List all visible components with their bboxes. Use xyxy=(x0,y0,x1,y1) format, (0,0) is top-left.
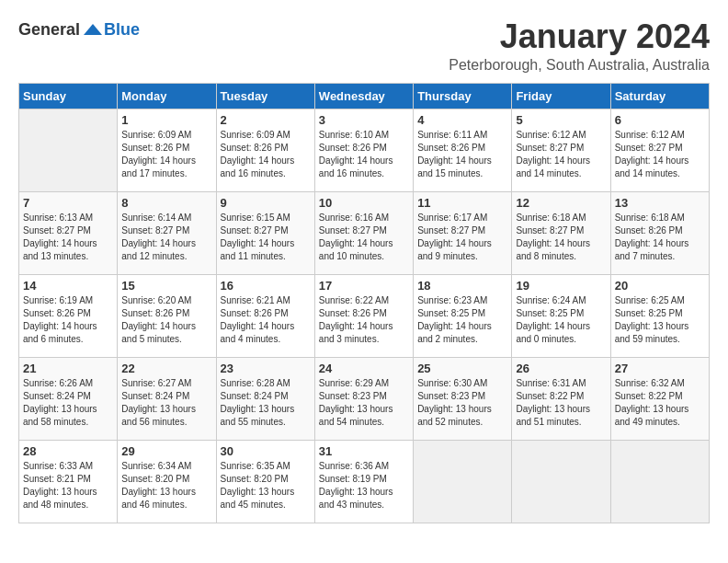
calendar-cell: 26Sunrise: 6:31 AM Sunset: 8:22 PM Dayli… xyxy=(512,357,610,440)
calendar-cell: 22Sunrise: 6:27 AM Sunset: 8:24 PM Dayli… xyxy=(118,357,216,440)
day-info: Sunrise: 6:29 AM Sunset: 8:23 PM Dayligh… xyxy=(319,377,409,429)
weekday-header-sunday: Sunday xyxy=(19,83,118,109)
calendar-cell: 31Sunrise: 6:36 AM Sunset: 8:19 PM Dayli… xyxy=(314,440,413,523)
logo-general: General xyxy=(18,20,80,40)
week-row-5: 28Sunrise: 6:33 AM Sunset: 8:21 PM Dayli… xyxy=(19,440,710,523)
calendar-cell xyxy=(414,440,512,523)
day-info: Sunrise: 6:12 AM Sunset: 8:27 PM Dayligh… xyxy=(615,129,705,180)
day-info: Sunrise: 6:32 AM Sunset: 8:22 PM Dayligh… xyxy=(615,377,705,429)
day-number: 13 xyxy=(615,196,705,210)
day-number: 4 xyxy=(417,113,507,127)
page-header: General Blue January 2024 Peterborough, … xyxy=(18,18,710,74)
day-number: 16 xyxy=(221,279,311,293)
week-row-3: 14Sunrise: 6:19 AM Sunset: 8:26 PM Dayli… xyxy=(19,274,710,357)
day-number: 27 xyxy=(615,362,705,375)
day-number: 30 xyxy=(221,444,311,458)
calendar-cell: 11Sunrise: 6:17 AM Sunset: 8:27 PM Dayli… xyxy=(414,191,512,274)
day-info: Sunrise: 6:20 AM Sunset: 8:26 PM Dayligh… xyxy=(121,294,211,346)
logo-blue: Blue xyxy=(104,20,140,40)
day-info: Sunrise: 6:23 AM Sunset: 8:25 PM Dayligh… xyxy=(417,294,507,346)
day-number: 8 xyxy=(121,196,211,210)
calendar-cell: 6Sunrise: 6:12 AM Sunset: 8:27 PM Daylig… xyxy=(610,109,709,191)
day-number: 25 xyxy=(417,362,507,375)
month-title: January 2024 xyxy=(449,18,710,55)
location-title: Peterborough, South Australia, Australia xyxy=(449,57,710,74)
day-info: Sunrise: 6:15 AM Sunset: 8:27 PM Dayligh… xyxy=(221,212,311,263)
svg-marker-0 xyxy=(84,24,102,35)
day-info: Sunrise: 6:14 AM Sunset: 8:27 PM Dayligh… xyxy=(121,212,211,263)
day-info: Sunrise: 6:16 AM Sunset: 8:27 PM Dayligh… xyxy=(319,212,409,263)
calendar-cell: 4Sunrise: 6:11 AM Sunset: 8:26 PM Daylig… xyxy=(414,109,512,191)
calendar-table: SundayMondayTuesdayWednesdayThursdayFrid… xyxy=(18,83,710,523)
weekday-header-saturday: Saturday xyxy=(610,83,709,109)
day-info: Sunrise: 6:09 AM Sunset: 8:26 PM Dayligh… xyxy=(221,129,311,180)
day-info: Sunrise: 6:13 AM Sunset: 8:27 PM Dayligh… xyxy=(23,212,113,263)
day-number: 31 xyxy=(319,444,409,458)
day-number: 22 xyxy=(121,362,211,375)
day-info: Sunrise: 6:28 AM Sunset: 8:24 PM Dayligh… xyxy=(221,377,311,429)
day-number: 10 xyxy=(319,196,409,210)
weekday-header-row: SundayMondayTuesdayWednesdayThursdayFrid… xyxy=(19,83,710,109)
week-row-1: 1Sunrise: 6:09 AM Sunset: 8:26 PM Daylig… xyxy=(19,109,710,191)
day-number: 7 xyxy=(23,196,113,210)
calendar-cell xyxy=(19,109,118,191)
week-row-4: 21Sunrise: 6:26 AM Sunset: 8:24 PM Dayli… xyxy=(19,357,710,440)
day-number: 9 xyxy=(221,196,311,210)
day-info: Sunrise: 6:30 AM Sunset: 8:23 PM Dayligh… xyxy=(417,377,507,429)
calendar-cell: 23Sunrise: 6:28 AM Sunset: 8:24 PM Dayli… xyxy=(216,357,314,440)
calendar-cell: 10Sunrise: 6:16 AM Sunset: 8:27 PM Dayli… xyxy=(314,191,413,274)
day-info: Sunrise: 6:11 AM Sunset: 8:26 PM Dayligh… xyxy=(417,129,507,180)
calendar-cell xyxy=(512,440,610,523)
calendar-cell: 25Sunrise: 6:30 AM Sunset: 8:23 PM Dayli… xyxy=(414,357,512,440)
calendar-cell: 12Sunrise: 6:18 AM Sunset: 8:27 PM Dayli… xyxy=(512,191,610,274)
day-number: 5 xyxy=(516,113,606,127)
day-info: Sunrise: 6:21 AM Sunset: 8:26 PM Dayligh… xyxy=(221,294,311,346)
calendar-cell: 28Sunrise: 6:33 AM Sunset: 8:21 PM Dayli… xyxy=(19,440,118,523)
day-info: Sunrise: 6:12 AM Sunset: 8:27 PM Dayligh… xyxy=(516,129,606,180)
day-info: Sunrise: 6:33 AM Sunset: 8:21 PM Dayligh… xyxy=(23,460,113,511)
day-number: 29 xyxy=(121,444,211,458)
day-number: 1 xyxy=(121,113,211,127)
week-row-2: 7Sunrise: 6:13 AM Sunset: 8:27 PM Daylig… xyxy=(19,191,710,274)
day-info: Sunrise: 6:35 AM Sunset: 8:20 PM Dayligh… xyxy=(221,460,311,511)
calendar-cell: 14Sunrise: 6:19 AM Sunset: 8:26 PM Dayli… xyxy=(19,274,118,357)
calendar-cell: 17Sunrise: 6:22 AM Sunset: 8:26 PM Dayli… xyxy=(314,274,413,357)
title-block: January 2024 Peterborough, South Austral… xyxy=(449,18,710,74)
day-number: 6 xyxy=(615,113,705,127)
logo-icon xyxy=(82,18,104,40)
weekday-header-friday: Friday xyxy=(512,83,610,109)
calendar-cell: 1Sunrise: 6:09 AM Sunset: 8:26 PM Daylig… xyxy=(118,109,216,191)
weekday-header-thursday: Thursday xyxy=(414,83,512,109)
day-info: Sunrise: 6:22 AM Sunset: 8:26 PM Dayligh… xyxy=(319,294,409,346)
day-number: 24 xyxy=(319,362,409,375)
calendar-cell: 13Sunrise: 6:18 AM Sunset: 8:26 PM Dayli… xyxy=(610,191,709,274)
calendar-cell: 3Sunrise: 6:10 AM Sunset: 8:26 PM Daylig… xyxy=(314,109,413,191)
logo: General Blue xyxy=(18,18,140,40)
day-info: Sunrise: 6:17 AM Sunset: 8:27 PM Dayligh… xyxy=(417,212,507,263)
day-number: 17 xyxy=(319,279,409,293)
calendar-cell: 27Sunrise: 6:32 AM Sunset: 8:22 PM Dayli… xyxy=(610,357,709,440)
day-info: Sunrise: 6:34 AM Sunset: 8:20 PM Dayligh… xyxy=(121,460,211,511)
day-info: Sunrise: 6:36 AM Sunset: 8:19 PM Dayligh… xyxy=(319,460,409,511)
day-number: 14 xyxy=(23,279,113,293)
calendar-cell: 18Sunrise: 6:23 AM Sunset: 8:25 PM Dayli… xyxy=(414,274,512,357)
weekday-header-monday: Monday xyxy=(118,83,216,109)
day-info: Sunrise: 6:24 AM Sunset: 8:25 PM Dayligh… xyxy=(516,294,606,346)
day-number: 3 xyxy=(319,113,409,127)
day-number: 20 xyxy=(615,279,705,293)
day-info: Sunrise: 6:26 AM Sunset: 8:24 PM Dayligh… xyxy=(23,377,113,429)
day-number: 15 xyxy=(121,279,211,293)
day-number: 26 xyxy=(516,362,606,375)
calendar-cell: 24Sunrise: 6:29 AM Sunset: 8:23 PM Dayli… xyxy=(314,357,413,440)
weekday-header-wednesday: Wednesday xyxy=(314,83,413,109)
day-number: 2 xyxy=(221,113,311,127)
calendar-cell: 8Sunrise: 6:14 AM Sunset: 8:27 PM Daylig… xyxy=(118,191,216,274)
calendar-cell: 15Sunrise: 6:20 AM Sunset: 8:26 PM Dayli… xyxy=(118,274,216,357)
calendar-cell: 16Sunrise: 6:21 AM Sunset: 8:26 PM Dayli… xyxy=(216,274,314,357)
weekday-header-tuesday: Tuesday xyxy=(216,83,314,109)
day-number: 28 xyxy=(23,444,113,458)
day-number: 11 xyxy=(417,196,507,210)
calendar-cell: 30Sunrise: 6:35 AM Sunset: 8:20 PM Dayli… xyxy=(216,440,314,523)
calendar-cell: 2Sunrise: 6:09 AM Sunset: 8:26 PM Daylig… xyxy=(216,109,314,191)
calendar-cell: 21Sunrise: 6:26 AM Sunset: 8:24 PM Dayli… xyxy=(19,357,118,440)
